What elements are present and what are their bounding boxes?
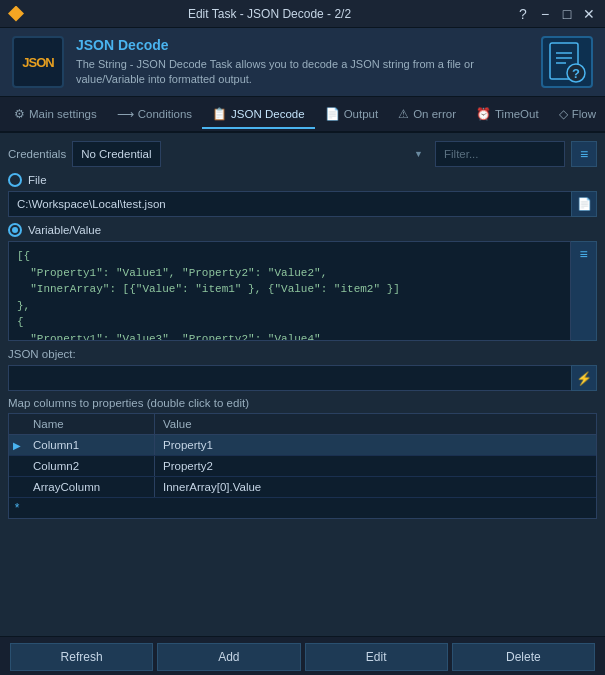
document-help-icon: ? — [548, 41, 586, 83]
json-object-section: JSON object: — [8, 347, 597, 361]
tab-flow[interactable]: ◇ Flow — [549, 101, 605, 129]
tab-conditions[interactable]: ⟶ Conditions — [107, 101, 202, 129]
task-description: The String - JSON Decode Task allows you… — [76, 57, 529, 88]
new-row[interactable]: * — [9, 498, 596, 518]
json-object-label: JSON object: — [8, 348, 76, 360]
tab-output[interactable]: 📄 Output — [315, 101, 389, 129]
tab-main-settings[interactable]: ⚙ Main settings — [4, 101, 107, 129]
variable-textarea-section: [{ "Property1": "Value1", "Property2": "… — [8, 241, 597, 341]
close-button[interactable]: ✕ — [581, 6, 597, 22]
variable-textarea[interactable]: [{ "Property1": "Value1", "Property2": "… — [8, 241, 571, 341]
window-title: Edit Task - JSON Decode - 2/2 — [24, 7, 515, 21]
new-row-indicator: * — [9, 501, 25, 515]
credentials-row: Credentials No Credential ≡ — [8, 141, 597, 167]
table-row[interactable]: ArrayColumn InnerArray[0].Value — [9, 477, 596, 498]
task-title: JSON Decode — [76, 37, 529, 53]
row-name: Column2 — [25, 456, 155, 476]
task-icon: JSON — [12, 36, 64, 88]
main-content: Credentials No Credential ≡ File 📄 Varia… — [0, 133, 605, 636]
maximize-button[interactable]: □ — [559, 6, 575, 22]
bottom-buttons: Refresh Add Edit Delete — [0, 636, 605, 675]
json-object-row: ⚡ — [8, 365, 597, 391]
conditions-icon: ⟶ — [117, 107, 134, 121]
edit-button[interactable]: Edit — [305, 643, 448, 671]
table-row[interactable]: ▶ Column1 Property1 — [9, 435, 596, 456]
timeout-icon: ⏰ — [476, 107, 491, 121]
help-button[interactable]: ? — [515, 6, 531, 22]
output-icon: 📄 — [325, 107, 340, 121]
textarea-row: [{ "Property1": "Value1", "Property2": "… — [8, 241, 597, 341]
json-decode-icon: 📋 — [212, 107, 227, 121]
variable-radio-row: Variable/Value — [8, 223, 597, 237]
file-radio[interactable] — [8, 173, 22, 187]
row-arrow: ▶ — [9, 440, 25, 451]
file-browse-button[interactable]: 📄 — [571, 191, 597, 217]
tab-on-error[interactable]: ⚠ On error — [388, 101, 466, 129]
variable-expand-button[interactable]: ≡ — [571, 241, 597, 341]
row-value: InnerArray[0].Value — [155, 477, 596, 497]
name-col-header: Name — [25, 414, 155, 434]
header-text: JSON Decode The String - JSON Decode Tas… — [76, 37, 529, 88]
file-radio-label: File — [28, 174, 47, 186]
delete-button[interactable]: Delete — [452, 643, 595, 671]
json-object-expand-button[interactable]: ⚡ — [571, 365, 597, 391]
file-radio-row: File — [8, 173, 597, 187]
json-object-input[interactable] — [8, 365, 571, 391]
title-bar: Edit Task - JSON Decode - 2/2 ? − □ ✕ — [0, 0, 605, 28]
row-name: ArrayColumn — [25, 477, 155, 497]
refresh-button[interactable]: Refresh — [10, 643, 153, 671]
add-button[interactable]: Add — [157, 643, 300, 671]
row-value: Property1 — [155, 435, 596, 455]
credential-select-wrapper[interactable]: No Credential — [72, 141, 429, 167]
tab-json-decode[interactable]: 📋 JSON Decode — [202, 101, 315, 129]
tabs-bar: ⚙ Main settings ⟶ Conditions 📋 JSON Deco… — [0, 97, 605, 133]
credential-select[interactable]: No Credential — [72, 141, 161, 167]
variable-radio-label: Variable/Value — [28, 224, 101, 236]
svg-text:?: ? — [572, 66, 580, 81]
credential-filter[interactable] — [435, 141, 565, 167]
row-name: Column1 — [25, 435, 155, 455]
credentials-label: Credentials — [8, 148, 66, 160]
table-header: Name Value — [9, 414, 596, 435]
credential-settings-button[interactable]: ≡ — [571, 141, 597, 167]
map-section-label: Map columns to properties (double click … — [8, 397, 597, 409]
minimize-button[interactable]: − — [537, 6, 553, 22]
variable-radio[interactable] — [8, 223, 22, 237]
help-icon-box[interactable]: ? — [541, 36, 593, 88]
window-controls: ? − □ ✕ — [515, 6, 597, 22]
file-input-row: 📄 — [8, 191, 597, 217]
app-logo — [8, 6, 24, 22]
header-section: JSON JSON Decode The String - JSON Decod… — [0, 28, 605, 97]
arrow-col-header — [9, 414, 25, 434]
file-path-input[interactable] — [8, 191, 571, 217]
row-value: Property2 — [155, 456, 596, 476]
on-error-icon: ⚠ — [398, 107, 409, 121]
value-col-header: Value — [155, 414, 596, 434]
flow-icon: ◇ — [559, 107, 568, 121]
main-settings-icon: ⚙ — [14, 107, 25, 121]
table-row[interactable]: Column2 Property2 — [9, 456, 596, 477]
map-table: Name Value ▶ Column1 Property1 Column2 P… — [8, 413, 597, 519]
tab-timeout[interactable]: ⏰ TimeOut — [466, 101, 549, 129]
